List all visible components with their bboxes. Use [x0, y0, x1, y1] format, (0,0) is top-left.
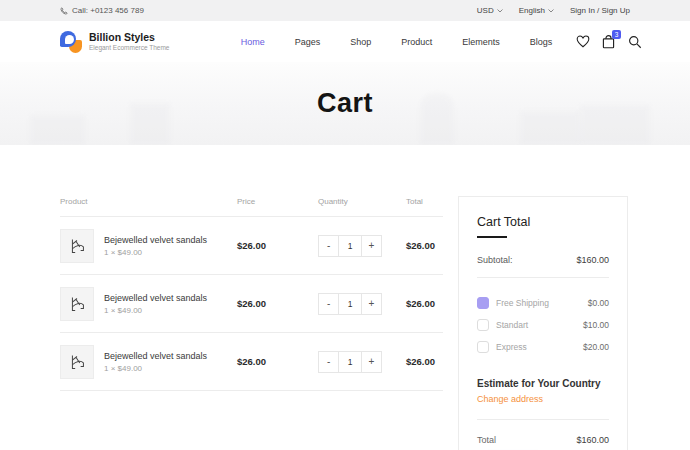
row-total-value: $26.00: [406, 356, 443, 367]
topbar-links: USD English Sign In / Sign Up: [477, 6, 630, 15]
checkbox-checked-icon[interactable]: [477, 297, 489, 309]
shipping-label: Free Shipping: [496, 298, 549, 308]
quantity-value[interactable]: 1: [338, 294, 361, 314]
product-thumbnail: [60, 287, 94, 321]
language-selector[interactable]: English: [519, 6, 554, 15]
shipping-express-toggle[interactable]: Express: [477, 341, 527, 353]
shipping-options: Free Shipping $0.00 Standart $10.00 Expr…: [477, 292, 609, 358]
cart-row: Bejewelled velvet sandals 1 × $49.00 $26…: [60, 333, 443, 391]
page-title: Cart: [317, 88, 373, 119]
cart-table-header: Product Price Quantity Total: [60, 197, 443, 217]
quantity-value[interactable]: 1: [338, 236, 361, 256]
quantity-stepper: - 1 +: [318, 351, 382, 373]
checkbox-unchecked-icon[interactable]: [477, 341, 489, 353]
quantity-decrease-button[interactable]: -: [319, 352, 338, 372]
brand-name: Billion Styles: [89, 32, 169, 44]
col-header-total: Total: [406, 197, 443, 206]
cart-table: Product Price Quantity Total Bejewelled …: [60, 197, 443, 391]
shipping-price: $20.00: [583, 342, 609, 352]
topbar-call-text: Call: +0123 456 789: [72, 6, 144, 15]
phone-icon: [60, 7, 68, 15]
price-value: $26.00: [237, 298, 318, 309]
chevron-down-icon: [497, 9, 503, 13]
estimate-title: Estimate for Your Country: [477, 378, 609, 389]
nav-item-elements[interactable]: Elements: [462, 37, 500, 47]
cart-row: Bejewelled velvet sandals 1 × $49.00 $26…: [60, 217, 443, 275]
shipping-standart-toggle[interactable]: Standart: [477, 319, 528, 331]
quantity-value[interactable]: 1: [338, 352, 361, 372]
content: Product Price Quantity Total Bejewelled …: [0, 145, 690, 450]
language-value: English: [519, 6, 545, 15]
shipping-option-free: Free Shipping $0.00: [477, 292, 609, 314]
product-unit-price: 1 × $49.00: [104, 306, 207, 315]
product-thumbnail: [60, 229, 94, 263]
header-icons: 3: [575, 34, 642, 49]
product-name[interactable]: Bejewelled velvet sandals: [104, 351, 207, 361]
shipping-label: Standart: [496, 320, 528, 330]
divider: [477, 419, 609, 420]
row-total-value: $26.00: [406, 298, 443, 309]
col-header-price: Price: [237, 197, 318, 206]
total-value: $160.00: [576, 435, 609, 445]
chevron-down-icon: [548, 9, 554, 13]
brand-logo-icon: [60, 31, 82, 53]
checkbox-unchecked-icon[interactable]: [477, 319, 489, 331]
product-name[interactable]: Bejewelled velvet sandals: [104, 293, 207, 303]
quantity-stepper: - 1 +: [318, 293, 382, 315]
product-thumbnail: [60, 345, 94, 379]
change-address-link[interactable]: Change address: [477, 394, 609, 404]
currency-value: USD: [477, 6, 494, 15]
page-hero: Cart: [0, 62, 690, 145]
topbar-call: Call: +0123 456 789: [60, 6, 144, 15]
nav-item-pages[interactable]: Pages: [295, 37, 321, 47]
col-header-product: Product: [60, 197, 237, 206]
search-icon[interactable]: [627, 34, 642, 49]
cart-total-panel: Cart Total Subtotal: $160.00 Free Shippi…: [458, 196, 628, 450]
cart-bag-icon[interactable]: 3: [601, 34, 616, 49]
nav-item-blogs[interactable]: Blogs: [530, 37, 553, 47]
quantity-decrease-button[interactable]: -: [319, 236, 338, 256]
shipping-price: $0.00: [588, 298, 609, 308]
quantity-decrease-button[interactable]: -: [319, 294, 338, 314]
quantity-increase-button[interactable]: +: [362, 294, 381, 314]
nav-item-shop[interactable]: Shop: [350, 37, 371, 47]
currency-selector[interactable]: USD: [477, 6, 503, 15]
quantity-increase-button[interactable]: +: [362, 236, 381, 256]
brand-logo[interactable]: Billion Styles Elegant Ecommerce Theme: [60, 31, 218, 53]
nav-item-product[interactable]: Product: [401, 37, 432, 47]
col-header-quantity: Quantity: [318, 197, 406, 206]
wishlist-heart-icon[interactable]: [575, 34, 590, 49]
row-total-value: $26.00: [406, 240, 443, 251]
quantity-stepper: - 1 +: [318, 235, 382, 257]
cart-row: Bejewelled velvet sandals 1 × $49.00 $26…: [60, 275, 443, 333]
topbar: Call: +0123 456 789 USD English Sign In …: [0, 0, 690, 21]
product-unit-price: 1 × $49.00: [104, 364, 207, 373]
total-row: Total $160.00: [477, 435, 609, 445]
shipping-option-standart: Standart $10.00: [477, 314, 609, 336]
subtotal-value: $160.00: [576, 255, 609, 265]
product-unit-price: 1 × $49.00: [104, 248, 207, 257]
total-label: Total: [477, 435, 496, 445]
shipping-price: $10.00: [583, 320, 609, 330]
shipping-label: Express: [496, 342, 527, 352]
nav-item-home[interactable]: Home: [241, 37, 265, 47]
cart-total-title: Cart Total: [477, 215, 609, 229]
subtotal-label: Subtotal:: [477, 255, 513, 265]
main-nav: Home Pages Shop Product Elements Blogs: [218, 37, 575, 47]
sign-in-link[interactable]: Sign In / Sign Up: [570, 6, 630, 15]
price-value: $26.00: [237, 240, 318, 251]
subtotal-row: Subtotal: $160.00: [477, 255, 609, 278]
quantity-increase-button[interactable]: +: [362, 352, 381, 372]
product-name[interactable]: Bejewelled velvet sandals: [104, 235, 207, 245]
brand-tagline: Elegant Ecommerce Theme: [89, 44, 169, 51]
cart-page: Call: +0123 456 789 USD English Sign In …: [0, 0, 690, 450]
shipping-free-toggle[interactable]: Free Shipping: [477, 297, 549, 309]
cart-count-badge: 3: [612, 30, 621, 39]
price-value: $26.00: [237, 356, 318, 367]
shipping-option-express: Express $20.00: [477, 336, 609, 358]
title-underline: [477, 236, 507, 238]
site-header: Billion Styles Elegant Ecommerce Theme H…: [0, 21, 690, 62]
